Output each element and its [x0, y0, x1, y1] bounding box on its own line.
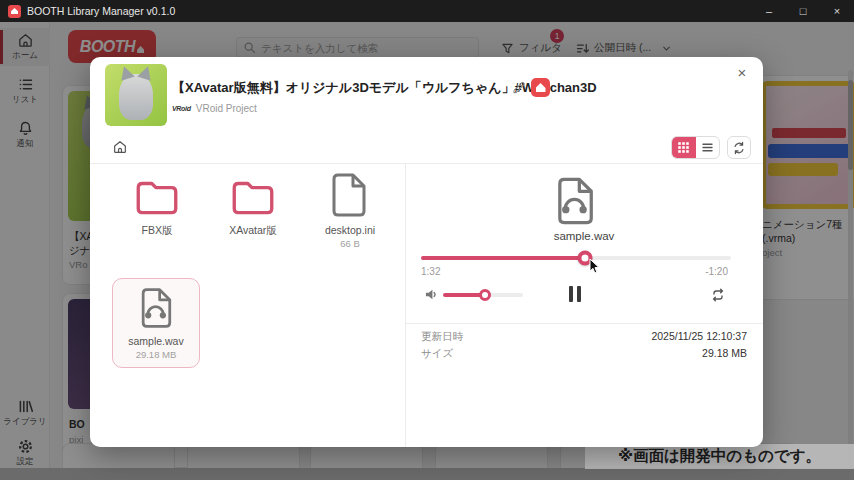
folder-icon — [132, 175, 182, 219]
volume-slider[interactable] — [443, 293, 523, 297]
dev-watermark: ※画面は開発中のものです。 — [585, 444, 854, 469]
divider — [405, 164, 406, 447]
repeat-icon — [710, 287, 726, 303]
player-file-name: sample.wav — [424, 230, 744, 242]
elapsed-time: 1:32 — [421, 266, 440, 277]
maximize-button[interactable]: □ — [786, 0, 820, 22]
updated-value: 2025/11/25 12:10:37 — [651, 330, 747, 342]
folder-icon — [228, 175, 278, 219]
window-title: BOOTH Library Manager v0.1.0 — [27, 5, 175, 17]
screen: BOOTH Library Manager v0.1.0 – □ × ホーム リ… — [0, 0, 854, 480]
shop-row[interactable]: VRoid VRoid Project — [172, 103, 257, 114]
refresh-button[interactable] — [727, 136, 751, 159]
size-label: サイズ — [421, 347, 453, 361]
grid-icon — [677, 141, 690, 154]
size-value: 29.18 MB — [702, 347, 747, 359]
divider — [405, 323, 763, 324]
file-item-folder[interactable]: FBX版 — [111, 175, 203, 238]
breadcrumb-home-button[interactable] — [112, 139, 128, 159]
seek-slider[interactable] — [421, 256, 731, 260]
volume-slider-handle[interactable] — [479, 289, 491, 301]
shop-name: VRoid Project — [196, 103, 257, 114]
mouse-cursor — [589, 259, 601, 279]
shop-logo: VRoid — [172, 105, 191, 112]
remaining-time: -1:20 — [705, 266, 728, 277]
updated-label: 更新日時 — [421, 330, 463, 344]
file-item-selected[interactable]: sample.wav 29.18 MB — [112, 278, 200, 368]
item-thumbnail — [105, 64, 167, 126]
pause-button[interactable] — [569, 286, 581, 302]
pencil-icon — [511, 80, 526, 95]
divider — [90, 163, 763, 164]
seek-slider-fill — [421, 256, 585, 260]
close-modal-button[interactable]: × — [733, 63, 751, 81]
file-icon — [328, 171, 372, 219]
repeat-button[interactable] — [710, 287, 726, 307]
close-window-button[interactable]: × — [820, 0, 854, 22]
home-icon — [112, 139, 128, 155]
volume-icon[interactable] — [425, 287, 438, 305]
app-icon — [8, 5, 21, 18]
item-title: 【XAvatar版無料】オリジナル3Dモデル「ウルフちゃん」#Wolfchan3… — [172, 79, 507, 97]
file-item-folder[interactable]: XAvatar版 — [207, 175, 299, 238]
minimize-button[interactable]: – — [752, 0, 786, 22]
window-titlebar: BOOTH Library Manager v0.1.0 – □ × — [0, 0, 854, 22]
list-view-icon — [701, 141, 714, 154]
audio-file-icon — [550, 175, 600, 227]
list-view-button[interactable] — [696, 137, 720, 158]
file-item[interactable]: desktop.ini 66 B — [304, 171, 396, 249]
player-file-icon — [550, 175, 600, 231]
open-in-booth-button[interactable] — [531, 78, 550, 97]
booth-mark-icon — [536, 83, 546, 92]
edit-title-button[interactable] — [511, 80, 526, 99]
refresh-icon — [732, 141, 746, 155]
view-toggle — [671, 136, 720, 159]
audio-file-icon — [135, 286, 177, 330]
grid-view-button[interactable] — [672, 137, 696, 158]
window-controls: – □ × — [752, 0, 854, 22]
item-detail-modal: × 【XAvatar版無料】オリジナル3Dモデル「ウルフちゃん」#Wolfcha… — [90, 57, 763, 447]
